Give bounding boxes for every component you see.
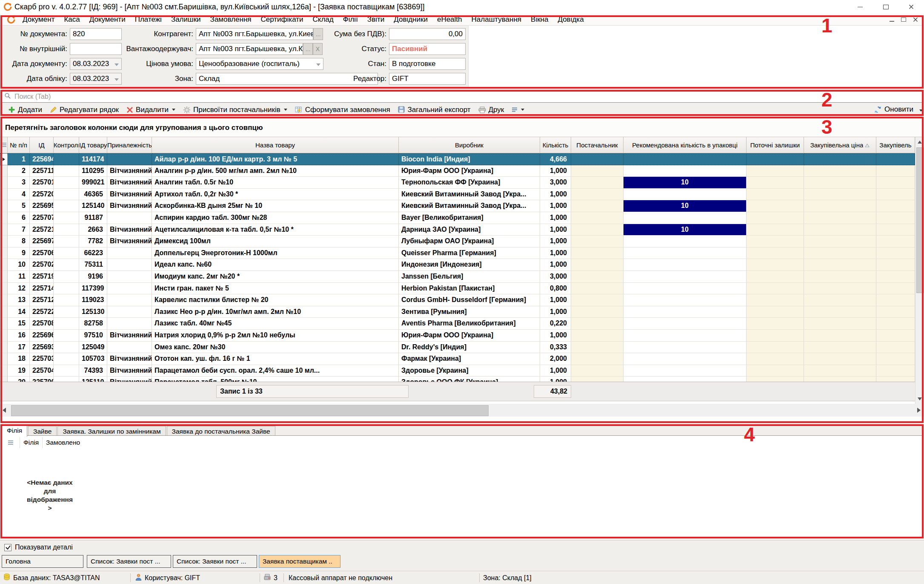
- menu-item-3[interactable]: Платежі: [130, 14, 166, 25]
- scroll-down-arrow-icon[interactable]: [918, 397, 922, 400]
- menu-item-7[interactable]: Склад: [308, 14, 338, 25]
- group-by-hint[interactable]: Перетягніть заголовок колонки сюди для у…: [0, 118, 924, 137]
- maximize-button[interactable]: [873, 0, 898, 14]
- mdi-minimize-button[interactable]: [890, 21, 894, 22]
- toolbar-general-export-button[interactable]: Загальний експорт: [394, 105, 475, 115]
- column-header-purchase_price[interactable]: Закупівельна ціна: [804, 137, 876, 153]
- toolbar-overflow-caret-icon[interactable]: [919, 109, 923, 112]
- column-header-id[interactable]: ІД: [30, 137, 54, 153]
- menu-item-14[interactable]: Довідка: [553, 14, 588, 25]
- menu-item-4[interactable]: Залишки: [166, 14, 206, 25]
- cell-producer: Киевский Витаминный Завод [Укра...: [399, 200, 540, 212]
- column-header-control[interactable]: Контроль: [54, 137, 79, 153]
- menu-item-10[interactable]: Довідники: [389, 14, 432, 25]
- horizontal-scrollbar[interactable]: [0, 404, 924, 417]
- toolbar-edit-row-button[interactable]: Редагувати рядок: [46, 105, 123, 115]
- column-header-recommended[interactable]: Рекомендована кількість в упаковці: [624, 137, 747, 153]
- cell-qty: 1,000: [540, 294, 571, 306]
- mdi-restore-button[interactable]: [901, 17, 906, 22]
- table-row[interactable]: 622570791187Аспирин кардио табл. 300мг №…: [0, 212, 915, 224]
- toolbar-print-button[interactable]: Друк: [475, 105, 508, 115]
- toolbar-delete-button[interactable]: Видалити: [123, 105, 179, 115]
- menu-item-11[interactable]: eHealth: [432, 14, 467, 25]
- menu-item-5[interactable]: Замовлення: [206, 14, 256, 25]
- menu-item-6[interactable]: Сертифікати: [256, 14, 308, 25]
- column-chooser-icon[interactable]: [2, 437, 20, 448]
- horizontal-scroll-thumb[interactable]: [11, 405, 489, 416]
- detail-tab-0[interactable]: Філія: [2, 425, 27, 437]
- table-row[interactable]: 1022570275311Идеал капс. №60Индонезия [И…: [0, 259, 915, 271]
- column-header-tovar_id[interactable]: ІД товару: [79, 137, 107, 153]
- dropdown-caret-icon[interactable]: [521, 109, 524, 111]
- vertical-scrollbar[interactable]: [915, 137, 924, 404]
- toolbar-form-order-button[interactable]: Сформувати замовлення: [291, 105, 394, 115]
- window-controls: [847, 0, 924, 14]
- table-row[interactable]: 1522570882758Лазикс табл. 40мг №45Aventi…: [0, 318, 915, 330]
- scroll-right-arrow-icon[interactable]: [917, 408, 921, 413]
- table-row[interactable]: 1922570474393ВітчизнянийПарацетамол беби…: [0, 365, 915, 377]
- menu-item-1[interactable]: Каса: [59, 14, 84, 25]
- dropdown-caret-icon[interactable]: [284, 109, 287, 111]
- table-row[interactable]: 3225701999021ВітчизнянийАналгин табл. 0.…: [0, 177, 915, 189]
- toolbar-add-button[interactable]: Додати: [4, 105, 46, 115]
- refresh-button[interactable]: Оновити: [870, 104, 917, 115]
- close-button[interactable]: [898, 0, 924, 14]
- column-header-name[interactable]: Назва товару: [152, 137, 399, 153]
- cell-current_stock: [747, 353, 804, 365]
- column-header-num[interactable]: № п/п: [8, 137, 30, 153]
- search-box[interactable]: [1, 90, 922, 103]
- column-header-purchase_extra[interactable]: Закупівель: [876, 137, 915, 153]
- menu-item-2[interactable]: Документи: [85, 14, 130, 25]
- detail-column-filia[interactable]: Філія: [20, 437, 43, 448]
- window-tab-0[interactable]: Головна: [2, 555, 83, 568]
- column-header-indicator[interactable]: [0, 137, 8, 153]
- cell-recommended: [624, 306, 747, 318]
- show-details-checkbox[interactable]: [4, 544, 11, 551]
- cell-qty: 1,000: [540, 189, 571, 201]
- table-row[interactable]: 112257199196Имодиум капс. 2мг №20 *Janss…: [0, 271, 915, 283]
- table-row[interactable]: 14225722125130Лазикс Нео р-р д/ин. 10мг/…: [0, 306, 915, 318]
- table-row[interactable]: 1622569697510ВітчизнянийНатрия хлорид 0,…: [0, 330, 915, 342]
- column-header-supplier[interactable]: Постачальник: [571, 137, 624, 153]
- column-header-producer[interactable]: Виробник: [399, 137, 540, 153]
- dropdown-caret-icon[interactable]: [172, 109, 175, 111]
- menu-item-13[interactable]: Вікна: [526, 14, 553, 25]
- menu-item-0[interactable]: Документ: [18, 14, 59, 25]
- menu-item-9[interactable]: Звіти: [363, 14, 389, 25]
- table-row[interactable]: 18225703105703ВітчизнянийОтотон кап. уш.…: [0, 353, 915, 365]
- vertical-scroll-thumb[interactable]: [916, 147, 924, 293]
- cell-indicator: [0, 259, 8, 271]
- scroll-left-arrow-icon[interactable]: [3, 408, 6, 413]
- table-row[interactable]: 17225693125049Омез капс. 20мг №30Dr. Red…: [0, 342, 915, 354]
- window-tab-3[interactable]: Заявка поставщикам ..: [259, 555, 340, 568]
- toolbar-grip[interactable]: [1, 105, 3, 115]
- detail-column-zamovleno[interactable]: Замовлено: [43, 437, 83, 448]
- table-row[interactable]: 922570666223Доппельгерц Энерготоник-Н 10…: [0, 247, 915, 259]
- table-row[interactable]: 2225711110295ВітчизнянийАналгин р-р д/ин…: [0, 165, 915, 177]
- column-header-qty[interactable]: Кількість: [540, 137, 571, 153]
- table-row[interactable]: 20225700125110ВітчизнянийПарацетамол таб…: [0, 377, 915, 382]
- column-header-current_stock[interactable]: Поточні залишки: [747, 137, 804, 153]
- column-chooser-icon[interactable]: [1, 141, 6, 149]
- consignee-field[interactable]: Апт №003 пгт.Барышевка, ул.К: [196, 43, 303, 55]
- menu-item-8[interactable]: Філії: [338, 14, 363, 25]
- window-tab-2[interactable]: Список: Заявки пост ...: [173, 555, 257, 568]
- table-row[interactable]: 13225712119023Карвелис пастилки блистер …: [0, 294, 915, 306]
- scroll-up-arrow-icon[interactable]: [918, 141, 922, 144]
- table-row[interactable]: 72257212663ВітчизнянийАцетилсалициловая …: [0, 224, 915, 236]
- sum-no-vat-field[interactable]: 0,00: [389, 28, 466, 40]
- window-tab-1[interactable]: Список: Заявки пост ...: [87, 555, 171, 568]
- menu-item-12[interactable]: Налаштування: [467, 14, 526, 25]
- toolbar-list-menu-button[interactable]: [508, 106, 528, 113]
- toolbar-assign-suppliers-button[interactable]: Присвоїти постачальників: [179, 105, 291, 115]
- table-row[interactable]: 12225714117399Инсти гран. пакет № 5Herbi…: [0, 283, 915, 295]
- minimize-button[interactable]: [847, 0, 873, 14]
- mdi-close-button[interactable]: [913, 17, 918, 22]
- table-row[interactable]: 82256977782ВітчизнянийДимексид 100млЛубн…: [0, 236, 915, 247]
- contragent-field[interactable]: Апт №003 пгт.Барышевка, ул.Киев: [196, 28, 313, 40]
- table-row[interactable]: 1225694114174Айлар р-р д/ин. 100 ЕД/мл к…: [0, 153, 915, 165]
- column-header-affiliation[interactable]: Приналежність: [107, 137, 152, 153]
- search-input[interactable]: [14, 92, 922, 101]
- table-row[interactable]: 422572046365ВітчизнянийАртихол табл. 0,2…: [0, 189, 915, 201]
- table-row[interactable]: 5225695125140ВітчизнянийАскорбинка-КВ ды…: [0, 200, 915, 212]
